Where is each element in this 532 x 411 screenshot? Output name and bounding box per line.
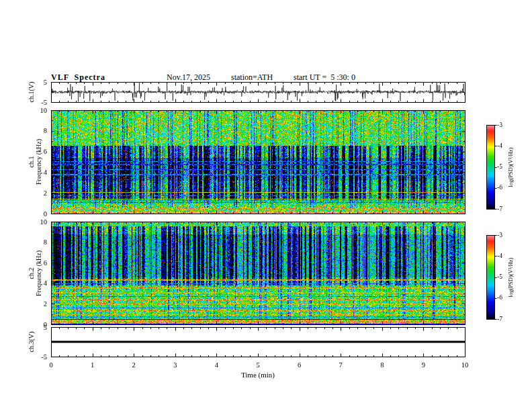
tick-label: 2 xyxy=(124,361,144,369)
tick-label: -7 xyxy=(497,205,515,214)
tick-label: 8 xyxy=(24,126,47,135)
tick-label: 6 xyxy=(24,147,47,156)
ch2-spec-ylabel-line1: ch.2 xyxy=(28,250,35,295)
tick-label: 3 xyxy=(165,361,185,369)
tick-label: 4 xyxy=(206,361,226,369)
ch1-spec-ylabel-line2: Frequency (kHz) xyxy=(35,139,42,185)
tick-label: 5 xyxy=(248,361,268,369)
tick-label: -4 xyxy=(497,252,515,261)
axes-overlay xyxy=(0,0,532,411)
tick-label: 10 xyxy=(455,361,475,369)
tick-label: 2 xyxy=(24,300,47,308)
tick-label: -5 xyxy=(497,163,515,171)
tick-label: -4 xyxy=(497,142,515,150)
vlf-spectra-figure: VLF Spectra Nov.17, 2025 station=ATH sta… xyxy=(0,0,532,411)
ch2-spec-ylabel-line2: Frequency (kHz) xyxy=(35,250,42,295)
tick-label: -3 xyxy=(497,231,515,240)
tick-label: 10 xyxy=(24,106,47,115)
tick-label: 0 xyxy=(41,361,61,369)
tick-label: 1 xyxy=(83,361,103,369)
tick-label: 5 xyxy=(24,78,47,87)
tick-label: -6 xyxy=(497,183,515,192)
ch3-wave-ylabel-text: ch.3(V) xyxy=(28,332,35,353)
tick-label: 8 xyxy=(24,238,47,246)
tick-label: -5 xyxy=(497,273,515,281)
tick-label: 5 xyxy=(24,323,47,332)
tick-label: -6 xyxy=(497,293,515,302)
tick-label: 2 xyxy=(24,189,47,197)
tick-label: 9 xyxy=(413,361,433,369)
tick-label: 4 xyxy=(24,168,47,177)
tick-label: 4 xyxy=(24,279,47,287)
tick-label: 8 xyxy=(372,361,392,369)
tick-label: 10 xyxy=(24,218,47,226)
tick-label: 6 xyxy=(24,259,47,267)
tick-label: -5 xyxy=(24,353,47,361)
tick-label: 6 xyxy=(290,361,310,369)
x-axis-title: Time (min) xyxy=(51,371,465,379)
ch1-spec-ylabel-line1: ch.1 xyxy=(28,139,35,185)
tick-label: -5 xyxy=(24,98,47,107)
tick-label: -7 xyxy=(497,315,515,324)
tick-label: -3 xyxy=(497,121,515,130)
tick-label: 7 xyxy=(330,361,351,369)
